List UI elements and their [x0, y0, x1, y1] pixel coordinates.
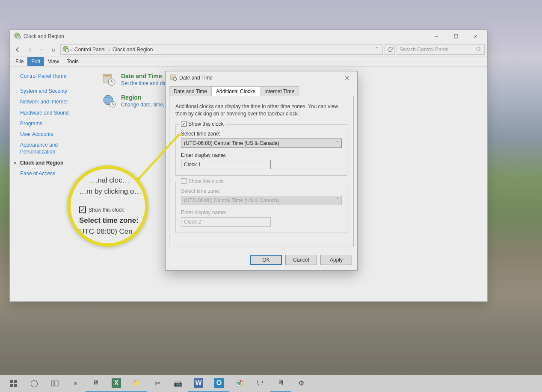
cancel-button[interactable]: Cancel — [285, 255, 317, 265]
category-link[interactable]: Set the time and date — [121, 80, 170, 86]
clock1-checkbox[interactable]: ✓ — [181, 121, 187, 127]
chevron-right-icon: › — [70, 47, 72, 53]
taskbar-app-snip[interactable]: ✂ — [147, 375, 168, 392]
menu-file[interactable]: File — [12, 57, 27, 66]
recent-dropdown[interactable] — [36, 44, 47, 55]
svg-rect-21 — [10, 380, 13, 383]
circle-icon: ◯ — [30, 379, 39, 388]
svg-point-8 — [477, 47, 480, 50]
clock1-name-label: Enter display name: — [181, 152, 342, 158]
word-icon: W — [194, 378, 203, 388]
taskbar-app-controlpanel[interactable]: 🖥 — [270, 375, 291, 392]
clock2-tz-label: Select time zone: — [181, 188, 342, 194]
dialog-title: Date and Time — [177, 75, 338, 81]
maximize-button[interactable] — [446, 30, 466, 43]
sidebar-item[interactable]: User Accounts — [20, 131, 91, 138]
breadcrumb-item[interactable]: Clock and Region — [111, 47, 155, 53]
taskbar-app-settings[interactable]: ⚙ — [291, 375, 311, 392]
taskview-button[interactable] — [44, 375, 65, 392]
start-button[interactable] — [3, 375, 24, 392]
menu-tools[interactable]: Tools — [63, 57, 83, 66]
clock2-timezone-select: (UTC-06:00) Central Time (US & Canada) ˅ — [181, 196, 342, 205]
calendar-clock-icon — [102, 73, 116, 86]
clock1-timezone-select[interactable]: (UTC-06:00) Central Time (US & Canada) ˅ — [181, 139, 342, 148]
datetime-dialog: Date and Time Date and Time Additional C… — [165, 71, 358, 271]
up-button[interactable] — [48, 44, 59, 55]
chevron-down-icon[interactable]: ˅ — [373, 47, 381, 53]
dialog-titlebar: Date and Time — [166, 71, 357, 84]
taskbar-app-desktop[interactable]: 🖥 — [86, 375, 106, 392]
clock2-name-label: Enter display name: — [181, 209, 342, 215]
menu-edit[interactable]: Edit — [27, 57, 44, 66]
svg-rect-11 — [103, 74, 112, 77]
address-bar: › Control Panel › Clock and Region ˅ Sea… — [10, 43, 487, 56]
forward-button[interactable] — [24, 44, 35, 55]
taskbar-app-explorer[interactable]: 📁 — [127, 375, 147, 392]
taskbar-app-amazon[interactable]: a — [65, 375, 86, 392]
close-button[interactable] — [466, 30, 486, 43]
cortana-button[interactable]: ◯ — [24, 375, 44, 392]
clock1-tz-value: (UTC-06:00) Central Time (US & Canada) — [184, 140, 279, 146]
taskbar-app-security[interactable]: 🛡 — [250, 375, 270, 392]
datetime-icon — [170, 74, 177, 82]
chevron-down-icon: ˅ — [336, 197, 339, 203]
sidebar-item[interactable]: Appearance and Personalization — [20, 141, 91, 155]
sidebar-item[interactable]: Programs — [20, 120, 91, 127]
svg-rect-24 — [14, 384, 17, 387]
sidebar-item-active[interactable]: Clock and Region — [20, 159, 91, 166]
shield-icon: 🛡 — [256, 379, 264, 388]
sidebar-home[interactable]: Control Panel Home — [20, 73, 91, 80]
amazon-icon: a — [71, 379, 80, 388]
taskbar-app-excel[interactable]: X — [106, 375, 127, 392]
description-text: Additional clocks can display the time i… — [175, 103, 347, 118]
clock1-group: ✓ Show this clock Select time zone: (UTC… — [175, 124, 347, 176]
clock1-show-label[interactable]: Show this clock — [188, 121, 224, 127]
back-button[interactable] — [12, 44, 23, 55]
dialog-buttons: OK Cancel Apply — [166, 251, 357, 270]
clock2-group: Show this clock Select time zone: (UTC-0… — [175, 182, 347, 233]
annotation-callout: …nal cloc… …m by clicking o… ✓Show this … — [67, 165, 148, 247]
outlook-icon: O — [214, 378, 224, 388]
svg-rect-23 — [10, 384, 13, 387]
svg-point-7 — [65, 48, 69, 52]
breadcrumb-item[interactable]: Control Panel — [73, 47, 107, 53]
breadcrumb[interactable]: › Control Panel › Clock and Region ˅ — [60, 44, 383, 55]
clock2-show-label[interactable]: Show this clock — [188, 178, 224, 184]
controlpanel-icon: 🖥 — [276, 379, 285, 387]
tab-date-and-time[interactable]: Date and Time — [169, 86, 212, 96]
desktop-icon: 🖥 — [92, 379, 100, 387]
tab-page: Additional clocks can display the time i… — [169, 96, 354, 247]
category-title[interactable]: Date and Time — [121, 73, 170, 80]
menu-view[interactable]: View — [44, 57, 63, 66]
clock1-name-input[interactable]: Clock 1 — [181, 160, 271, 169]
globe-clock-icon — [102, 94, 116, 108]
refresh-button[interactable] — [385, 44, 395, 55]
svg-line-9 — [480, 50, 481, 52]
excel-icon: X — [112, 378, 121, 388]
gear-icon: ⚙ — [297, 379, 305, 388]
sidebar-item[interactable]: System and Security — [20, 88, 91, 94]
clock1-tz-label: Select time zone: — [181, 131, 342, 137]
minimize-button[interactable] — [426, 30, 446, 43]
apply-button[interactable]: Apply — [320, 255, 352, 265]
clock2-tz-value: (UTC-06:00) Central Time (US & Canada) — [184, 197, 279, 203]
taskbar-app-word[interactable]: W — [188, 375, 209, 392]
taskbar-app-paintnet[interactable]: 📷 — [168, 375, 188, 392]
search-input[interactable]: Search Control Panel — [397, 44, 485, 55]
camera-icon: 📷 — [174, 379, 182, 388]
checkbox-icon: ✓ — [79, 206, 86, 213]
taskbar-app-chrome[interactable] — [229, 375, 250, 392]
desktop: Clock and Region — [0, 0, 542, 392]
tab-internet-time[interactable]: Internet Time — [260, 86, 299, 96]
taskbar-app-outlook[interactable]: O — [209, 375, 229, 392]
dialog-close-button[interactable] — [338, 72, 355, 84]
ok-button[interactable]: OK — [250, 255, 282, 265]
titlebar: Clock and Region — [10, 30, 487, 43]
globe-clock-icon — [62, 46, 69, 54]
sidebar-item[interactable]: Network and Internet — [20, 98, 91, 105]
svg-rect-22 — [14, 380, 17, 383]
taskbar: ◯ a 🖥 X 📁 ✂ 📷 W O 🛡 🖥 ⚙ — [0, 375, 542, 392]
tab-additional-clocks[interactable]: Additional Clocks — [211, 86, 260, 96]
sidebar-item[interactable]: Hardware and Sound — [20, 109, 91, 116]
clock2-checkbox[interactable] — [181, 178, 187, 184]
